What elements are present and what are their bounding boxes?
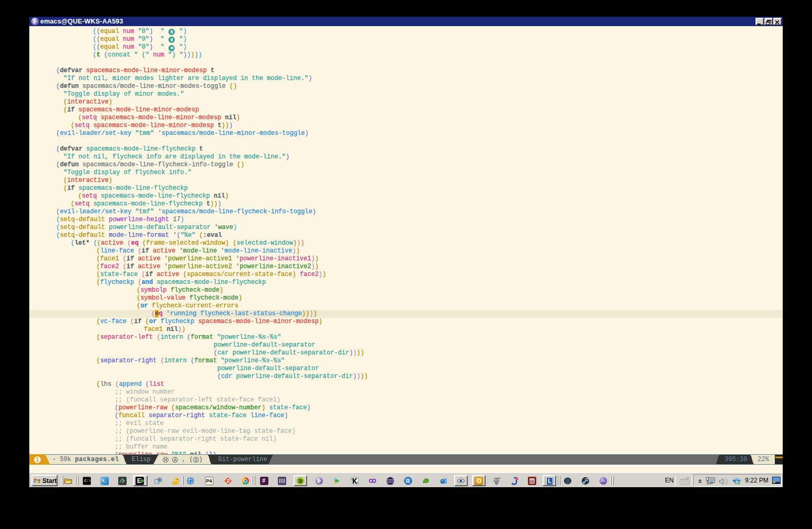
svg-text:LV: LV (530, 479, 534, 482)
svg-text:R: R (406, 478, 410, 484)
